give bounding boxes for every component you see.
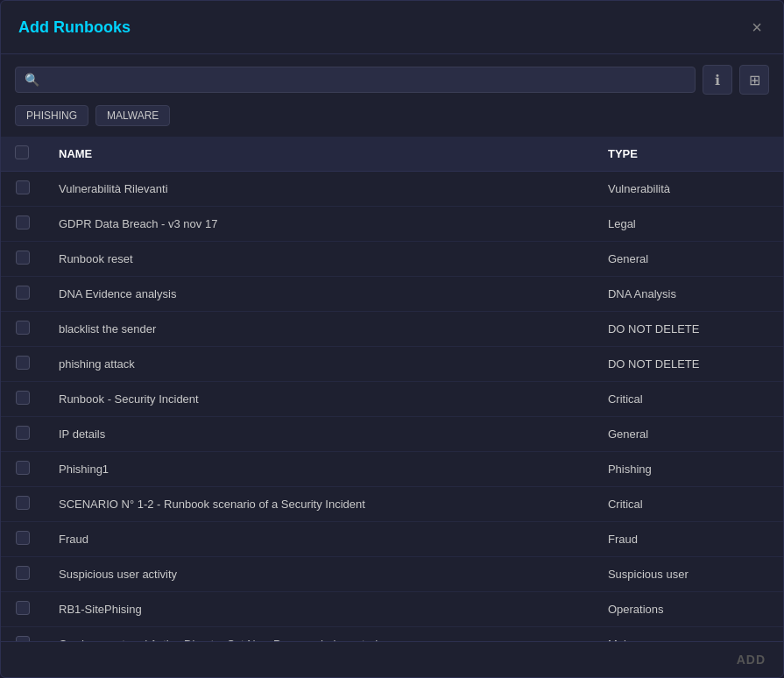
row-checkbox-cell (1, 277, 45, 312)
row-checkbox[interactable] (16, 601, 30, 615)
table-row[interactable]: FraudFraud (1, 522, 783, 557)
row-type: General (594, 242, 783, 277)
row-type: Critical (594, 487, 783, 522)
row-type: General (594, 417, 783, 452)
filter-malware[interactable]: MALWARE (95, 105, 170, 126)
row-checkbox-cell (1, 522, 45, 557)
row-name: DNA Evidence analysis (45, 277, 594, 312)
close-button[interactable]: × (748, 15, 766, 39)
row-checkbox-cell (1, 172, 45, 207)
select-all-checkbox[interactable] (15, 145, 29, 159)
row-name: GDPR Data Breach - v3 nov 17 (45, 207, 594, 242)
search-container: 🔍 (15, 67, 696, 93)
row-type: DO NOT DELETE (594, 312, 783, 347)
search-input[interactable] (46, 73, 686, 87)
row-checkbox[interactable] (16, 531, 30, 545)
table-header-row: NAME TYPE (1, 137, 783, 172)
row-checkbox-cell (1, 592, 45, 627)
row-checkbox[interactable] (16, 251, 30, 265)
row-checkbox[interactable] (16, 461, 30, 475)
row-name: Phishing1 (45, 452, 594, 487)
table-row[interactable]: GDPR Data Breach - v3 nov 17Legal (1, 207, 783, 242)
col-name: NAME (45, 137, 594, 172)
row-type: Phishing (594, 452, 783, 487)
row-checkbox-cell (1, 382, 45, 417)
row-type: Critical (594, 382, 783, 417)
row-type: Suspicious user (594, 557, 783, 592)
row-checkbox[interactable] (16, 180, 30, 194)
info-icon: ℹ (715, 72, 720, 88)
row-name: Vulnerabilità Rilevanti (45, 172, 594, 207)
table-row[interactable]: Phishing1Phishing (1, 452, 783, 487)
row-type: Malware (594, 627, 783, 642)
row-checkbox[interactable] (16, 426, 30, 440)
modal-header: Add Runbooks × (1, 1, 783, 54)
row-name: Runbook - Security Incident (45, 382, 594, 417)
row-name: IP details (45, 417, 594, 452)
row-checkbox-cell (1, 347, 45, 382)
row-checkbox-cell (1, 452, 45, 487)
modal-footer: ADD (1, 641, 783, 677)
row-name: Qradar event and Active Director Set New… (45, 627, 594, 642)
filter-row: PHISHING MALWARE (1, 105, 783, 137)
row-checkbox-cell (1, 557, 45, 592)
table-row[interactable]: SCENARIO N° 1-2 - Runbook scenario of a … (1, 487, 783, 522)
table-row[interactable]: RB1-SitePhisingOperations (1, 592, 783, 627)
search-row: 🔍 ℹ ⊞ (1, 54, 783, 105)
table-row[interactable]: Suspicious user activitySuspicious user (1, 557, 783, 592)
filter-phishing[interactable]: PHISHING (15, 105, 88, 126)
row-checkbox-cell (1, 312, 45, 347)
row-checkbox[interactable] (16, 496, 30, 510)
row-name: Runbook reset (45, 242, 594, 277)
row-name: Suspicious user activity (45, 557, 594, 592)
table-row[interactable]: Runbook - Security IncidentCritical (1, 382, 783, 417)
row-type: Legal (594, 207, 783, 242)
add-runbooks-modal: Add Runbooks × 🔍 ℹ ⊞ PHISHING MALWARE (0, 0, 784, 678)
row-name: phishing attack (45, 347, 594, 382)
add-button[interactable]: ADD (737, 653, 766, 667)
search-icon: 🔍 (25, 73, 39, 87)
row-type: Operations (594, 592, 783, 627)
table-row[interactable]: Vulnerabilità RilevantiVulnerabilità (1, 172, 783, 207)
row-checkbox[interactable] (16, 321, 30, 335)
info-button[interactable]: ℹ (703, 65, 732, 95)
row-checkbox[interactable] (16, 286, 30, 300)
runbooks-table-container[interactable]: NAME TYPE Vulnerabilità RilevantiVulnera… (1, 137, 783, 641)
grid-button[interactable]: ⊞ (739, 65, 769, 95)
col-checkbox (1, 137, 45, 172)
row-checkbox[interactable] (16, 356, 30, 370)
row-checkbox[interactable] (16, 215, 30, 230)
table-row[interactable]: phishing attackDO NOT DELETE (1, 347, 783, 382)
modal-title: Add Runbooks (18, 18, 131, 37)
table-row[interactable]: Runbook resetGeneral (1, 242, 783, 277)
row-checkbox[interactable] (16, 566, 30, 580)
row-type: Vulnerabilità (594, 172, 783, 207)
row-name: Fraud (45, 522, 594, 557)
runbooks-table: NAME TYPE Vulnerabilità RilevantiVulnera… (1, 137, 783, 641)
row-checkbox-cell (1, 207, 45, 242)
row-type: DNA Analysis (594, 277, 783, 312)
row-name: SCENARIO N° 1-2 - Runbook scenario of a … (45, 487, 594, 522)
row-checkbox-cell (1, 487, 45, 522)
row-checkbox[interactable] (16, 391, 30, 405)
table-row[interactable]: Qradar event and Active Director Set New… (1, 627, 783, 642)
row-checkbox-cell (1, 242, 45, 277)
row-checkbox-cell (1, 417, 45, 452)
grid-icon: ⊞ (749, 72, 760, 88)
row-checkbox-cell (1, 627, 45, 642)
row-type: Fraud (594, 522, 783, 557)
row-name: RB1-SitePhising (45, 592, 594, 627)
table-row[interactable]: IP detailsGeneral (1, 417, 783, 452)
row-name: blacklist the sender (45, 312, 594, 347)
col-type: TYPE (594, 137, 783, 172)
row-type: DO NOT DELETE (594, 347, 783, 382)
table-row[interactable]: blacklist the senderDO NOT DELETE (1, 312, 783, 347)
table-row[interactable]: DNA Evidence analysisDNA Analysis (1, 277, 783, 312)
